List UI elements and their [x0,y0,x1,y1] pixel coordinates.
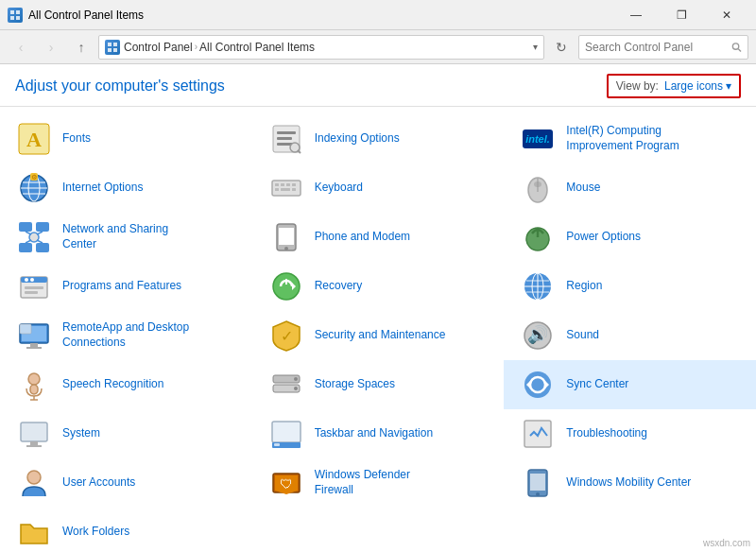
address-separator: › [195,42,198,52]
taskbar-navigation-label: Taskbar and Navigation [315,426,433,441]
svg-line-45 [26,240,31,243]
svg-rect-14 [277,137,292,140]
security-maintenance-icon: ✓ [267,317,305,354]
svg-text:🛡: 🛡 [280,476,293,492]
panel-item-intel-computing[interactable]: intel.Intel(R) Computing Improvement Pro… [504,114,756,164]
panel-item-speech-recognition[interactable]: Speech Recognition [0,360,252,409]
storage-spaces-label: Storage Spaces [315,377,395,392]
navigation-bar: ‹ › ↑ Control Panel › All Control Panel … [0,30,756,64]
svg-rect-4 [108,43,112,46]
refresh-button[interactable]: ↻ [548,35,575,60]
view-by-container[interactable]: View by: Large icons ▾ [607,74,741,98]
region-icon [519,267,557,305]
panel-item-system[interactable]: System [0,409,252,458]
recovery-icon [267,267,305,305]
view-by-dropdown[interactable]: Large icons ▾ [664,79,731,93]
up-button[interactable]: ↑ [68,34,94,60]
panel-item-indexing-options[interactable]: Indexing Options [252,114,505,164]
panel-item-storage-spaces[interactable]: Storage Spaces [252,360,505,409]
search-input[interactable] [585,41,728,54]
address-part-1: Control Panel [124,41,193,54]
panel-item-windows-defender[interactable]: 🛡Windows Defender Firewall [252,458,505,508]
panel-item-power-options[interactable]: Power Options [504,213,756,262]
intel-computing-icon: intel. [519,120,557,158]
svg-rect-86 [21,423,47,441]
panel-item-programs-features[interactable]: Programs and Features [0,262,252,311]
svg-rect-41 [36,243,49,252]
panel-item-troubleshooting[interactable]: Troubleshooting [504,409,756,458]
svg-point-93 [27,471,41,484]
svg-point-81 [294,377,298,381]
view-by-arrow-icon: ▾ [726,79,731,93]
panel-item-work-folders[interactable]: Work Folders [0,508,252,552]
content-area: Adjust your computer's settings View by:… [0,64,756,552]
svg-line-9 [738,48,741,51]
search-icon [731,42,742,53]
panel-item-security-maintenance[interactable]: ✓Security and Maintenance [252,311,505,360]
keyboard-label: Keyboard [315,181,363,196]
forward-button[interactable]: › [38,34,64,60]
svg-rect-71 [20,324,31,334]
remoteapp-label: RemoteApp and Desktop Connections [62,320,189,350]
svg-rect-87 [30,441,38,445]
mouse-icon [519,169,557,207]
svg-rect-89 [272,422,301,442]
panel-item-sync-center[interactable]: Sync CenterSync CenterSync files between… [504,360,756,409]
svg-rect-32 [275,188,279,191]
panel-item-recovery[interactable]: Recovery [252,262,505,311]
title-bar: All Control Panel Items — ❐ ✕ [0,0,756,30]
svg-rect-69 [30,343,38,347]
panel-item-network-sharing[interactable]: Network and Sharing Center [0,213,252,262]
phone-modem-icon [267,218,305,256]
keyboard-icon [267,169,305,207]
indexing-options-label: Indexing Options [315,131,400,147]
address-bar[interactable]: Control Panel › All Control Panel Items … [98,35,544,60]
fonts-icon: A [15,120,53,158]
svg-rect-28 [275,183,279,186]
address-dropdown[interactable]: ▾ [533,42,538,52]
remoteapp-icon [15,317,53,354]
svg-point-8 [732,43,738,48]
svg-rect-57 [25,291,38,294]
panel-item-windows-mobility[interactable]: Windows Mobility Center [504,458,756,508]
panel-item-sound[interactable]: 🔊Sound [504,311,756,360]
window-controls[interactable]: — ❐ ✕ [614,0,748,30]
security-maintenance-label: Security and Maintenance [315,328,446,343]
svg-rect-6 [108,48,112,52]
svg-rect-70 [26,347,42,349]
panel-item-user-accounts[interactable]: User Accounts [0,458,252,508]
panel-item-fonts[interactable]: AFonts [0,114,252,164]
maximize-button[interactable]: ❐ [660,0,703,30]
svg-point-75 [28,373,40,385]
svg-rect-39 [36,222,49,232]
panel-item-keyboard[interactable]: Keyboard [252,164,505,213]
storage-spaces-icon [267,366,305,404]
svg-text:🔊: 🔊 [527,324,549,345]
troubleshooting-icon [519,415,557,453]
power-options-label: Power Options [566,230,641,245]
panel-item-internet-options[interactable]: ⚙Internet Options [0,164,252,213]
svg-rect-34 [292,188,296,191]
phone-modem-label: Phone and Modem [315,230,410,245]
svg-point-55 [30,278,34,282]
sound-label: Sound [566,328,599,343]
svg-rect-0 [10,10,14,14]
panel-item-remoteapp[interactable]: RemoteApp and Desktop Connections [0,311,252,360]
back-button[interactable]: ‹ [8,34,34,60]
watermark: wsxdn.com [703,538,750,548]
user-accounts-label: User Accounts [62,475,135,491]
minimize-button[interactable]: — [614,0,658,30]
svg-rect-98 [530,474,545,491]
programs-features-label: Programs and Features [62,279,181,294]
mouse-label: Mouse [566,181,600,196]
svg-text:A: A [26,128,42,151]
panel-item-mouse[interactable]: Mouse [504,164,756,213]
fonts-label: Fonts [62,131,91,147]
panel-item-phone-modem[interactable]: Phone and Modem [252,213,505,262]
search-bar[interactable] [578,35,748,60]
panel-item-region[interactable]: Region [504,262,756,311]
svg-rect-3 [16,16,20,20]
panel-item-taskbar-navigation[interactable]: Taskbar and Navigation [252,409,505,458]
close-button[interactable]: ✕ [705,0,748,30]
troubleshooting-label: Troubleshooting [566,426,647,441]
